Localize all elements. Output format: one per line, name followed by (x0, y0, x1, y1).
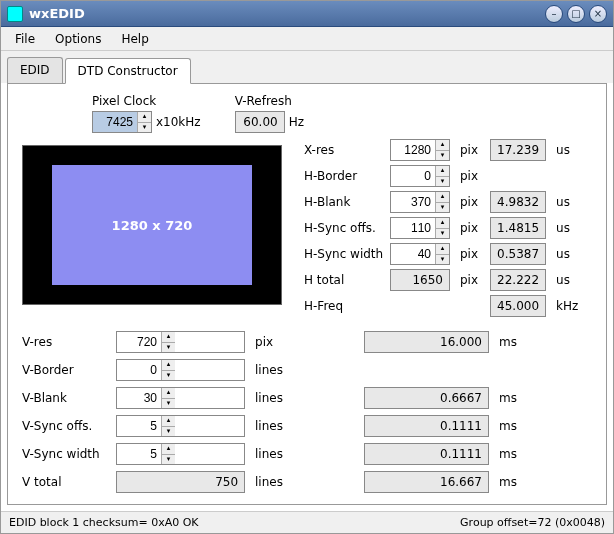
hsyncwidth-label: H-Sync width (304, 247, 384, 261)
close-button[interactable]: × (589, 5, 607, 23)
app-icon (7, 6, 23, 22)
spinner-down-icon[interactable]: ▾ (138, 122, 151, 133)
vborder-label: V-Border (22, 363, 110, 377)
htotal-time: 22.222 (490, 269, 546, 291)
vsyncoffs-input[interactable]: ▴▾ (116, 415, 245, 437)
hsyncwidth-time: 0.5387 (490, 243, 546, 265)
vres-time: 16.000 (364, 331, 489, 353)
hblank-time: 4.9832 (490, 191, 546, 213)
tab-content: Pixel Clock ▴▾ x10kHz V-Refresh 60.00 Hz (7, 83, 607, 505)
tab-bar: EDID DTD Constructor (1, 51, 613, 83)
vsyncoffs-time: 0.1111 (364, 415, 489, 437)
vsyncwidth-input[interactable]: ▴▾ (116, 443, 245, 465)
vres-input[interactable]: ▴▾ (116, 331, 245, 353)
maximize-button[interactable]: □ (567, 5, 585, 23)
status-offset: Group offset=72 (0x0048) (460, 516, 605, 529)
hborder-label: H-Border (304, 169, 384, 183)
hsyncoffs-input[interactable]: ▴▾ (390, 217, 450, 239)
pixel-clock-unit: x10kHz (156, 115, 201, 129)
hblank-input[interactable]: ▴▾ (390, 191, 450, 213)
status-checksum: EDID block 1 checksum= 0xA0 OK (9, 516, 460, 529)
menu-options[interactable]: Options (45, 29, 111, 49)
titlebar[interactable]: wxEDID – □ × (1, 1, 613, 27)
minimize-button[interactable]: – (545, 5, 563, 23)
vblank-time: 0.6667 (364, 387, 489, 409)
vblank-label: V-Blank (22, 391, 110, 405)
statusbar: EDID block 1 checksum= 0xA0 OK Group off… (1, 511, 613, 533)
preview-resolution: 1280 x 720 (52, 165, 252, 285)
preview-frame: 1280 x 720 (22, 145, 282, 305)
vsyncwidth-label: V-Sync width (22, 447, 110, 461)
tab-edid[interactable]: EDID (7, 57, 63, 83)
htotal-label: H total (304, 273, 384, 287)
xres-label: X-res (304, 143, 384, 157)
hblank-label: H-Blank (304, 195, 384, 209)
vrefresh-unit: Hz (289, 115, 304, 129)
hfreq-value: 45.000 (490, 295, 546, 317)
vsyncwidth-time: 0.1111 (364, 443, 489, 465)
hfreq-label: H-Freq (304, 299, 384, 313)
vborder-input[interactable]: ▴▾ (116, 359, 245, 381)
vres-label: V-res (22, 335, 110, 349)
pixel-clock-group: Pixel Clock ▴▾ x10kHz (92, 94, 207, 133)
xres-time: 17.239 (490, 139, 546, 161)
tab-dtd-constructor[interactable]: DTD Constructor (65, 58, 191, 84)
hsyncoffs-label: H-Sync offs. (304, 221, 384, 235)
htotal-value: 1650 (390, 269, 450, 291)
vrefresh-label: V-Refresh (235, 94, 310, 108)
spinner-up-icon[interactable]: ▴ (138, 112, 151, 122)
vrefresh-value: 60.00 (235, 111, 285, 133)
vtotal-label: V total (22, 475, 110, 489)
vtotal-value: 750 (116, 471, 245, 493)
pixel-clock-input[interactable]: ▴▾ (92, 111, 152, 133)
vertical-params: V-res ▴▾ pix 16.000 ms V-Border ▴▾ lines… (22, 331, 592, 493)
hborder-input[interactable]: ▴▾ (390, 165, 450, 187)
xres-input[interactable]: ▴▾ (390, 139, 450, 161)
menu-file[interactable]: File (5, 29, 45, 49)
hsyncoffs-time: 1.4815 (490, 217, 546, 239)
vrefresh-group: V-Refresh 60.00 Hz (235, 94, 310, 133)
hsyncwidth-input[interactable]: ▴▾ (390, 243, 450, 265)
vsyncoffs-label: V-Sync offs. (22, 419, 110, 433)
pixel-clock-field[interactable] (93, 112, 137, 132)
vtotal-time: 16.667 (364, 471, 489, 493)
window-title: wxEDID (29, 6, 541, 21)
horizontal-params: X-res ▴▾ pix 17.239 us H-Border ▴▾ pix H… (304, 139, 584, 317)
menubar: File Options Help (1, 27, 613, 51)
app-window: wxEDID – □ × File Options Help EDID DTD … (0, 0, 614, 534)
vblank-input[interactable]: ▴▾ (116, 387, 245, 409)
pixel-clock-label: Pixel Clock (92, 94, 207, 108)
menu-help[interactable]: Help (111, 29, 158, 49)
